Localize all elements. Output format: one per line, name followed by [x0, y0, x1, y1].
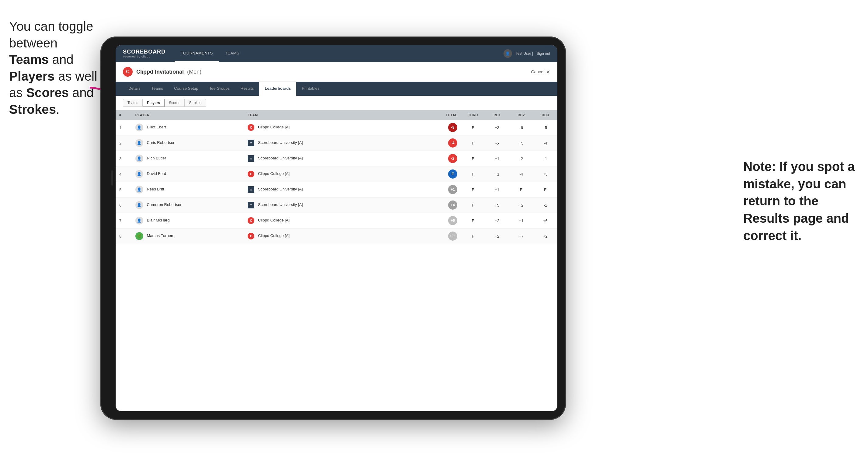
cell-team: ≡ Scoreboard University [A]	[244, 151, 429, 166]
score-badge: +1	[448, 185, 457, 194]
player-avatar: 👤	[135, 170, 143, 178]
col-header-total: TOTAL	[429, 110, 461, 120]
navbar: SCOREBOARD Powered by clippd TOURNAMENTS…	[116, 45, 557, 62]
cell-total: E	[429, 166, 461, 182]
tab-printables[interactable]: Printables	[296, 82, 325, 96]
cell-thru: F	[461, 166, 485, 182]
table-row: 2 👤 Chris Robertson ≡ Scoreboard Univers…	[116, 135, 557, 151]
cell-rd2: -2	[509, 151, 533, 166]
cell-rd2: -6	[509, 120, 533, 135]
cell-rd3: +3	[533, 166, 557, 182]
subtab-scores[interactable]: Scores	[164, 99, 185, 107]
logo-area: SCOREBOARD Powered by clippd	[123, 49, 165, 58]
cell-rd3: +2	[533, 228, 557, 244]
team-logo: C	[248, 217, 254, 224]
tab-course-setup[interactable]: Course Setup	[168, 82, 204, 96]
cell-player: 👤 David Ford	[132, 166, 244, 182]
cell-total: +1	[429, 182, 461, 197]
cell-player: 👤 Elliot Ebert	[132, 120, 244, 135]
team-logo: ≡	[248, 155, 254, 162]
cell-team: ≡ Scoreboard University [A]	[244, 135, 429, 151]
left-annotation: You can toggle between Teams and Players…	[9, 18, 97, 118]
cell-total: +6	[429, 213, 461, 228]
table-row: 7 👤 Blair McHarg C Clippd College [A] +6…	[116, 213, 557, 228]
leaderboard-table: # PLAYER TEAM TOTAL THRU RD1 RD2 RD3 1 👤…	[116, 110, 557, 411]
tab-tee-groups[interactable]: Tee Groups	[204, 82, 235, 96]
cell-team: C Clippd College [A]	[244, 213, 429, 228]
cancel-button[interactable]: Cancel ✕	[531, 69, 550, 75]
cell-rd2: +7	[509, 228, 533, 244]
table-row: 5 👤 Rees Britt ≡ Scoreboard University […	[116, 182, 557, 197]
tab-results[interactable]: Results	[235, 82, 259, 96]
tab-details[interactable]: Details	[123, 82, 146, 96]
cell-pos: 7	[116, 213, 132, 228]
col-header-pos: #	[116, 110, 132, 120]
cell-rd3: -5	[533, 120, 557, 135]
nav-tournaments[interactable]: TOURNAMENTS	[175, 45, 219, 62]
tournament-name: Clippd Invitational (Men)	[136, 69, 202, 75]
team-logo: C	[248, 171, 254, 177]
score-badge: -4	[448, 138, 457, 148]
table-row: 1 👤 Elliot Ebert C Clippd College [A] -8…	[116, 120, 557, 135]
score-badge: +11	[448, 231, 457, 241]
cell-thru: F	[461, 228, 485, 244]
subtab-teams[interactable]: Teams	[123, 99, 143, 107]
cell-rd3: -4	[533, 135, 557, 151]
cell-team: C Clippd College [A]	[244, 120, 429, 135]
player-avatar: 👤	[135, 139, 143, 147]
col-header-player: PLAYER	[132, 110, 244, 120]
ipad-frame: SCOREBOARD Powered by clippd TOURNAMENTS…	[100, 36, 566, 420]
user-avatar: 👤	[503, 49, 512, 58]
cell-rd2: +1	[509, 213, 533, 228]
cell-rd1: +1	[485, 166, 509, 182]
nav-right: 👤 Test User | Sign out	[503, 49, 550, 58]
col-header-thru: THRU	[461, 110, 485, 120]
score-badge: +4	[448, 200, 457, 210]
nav-teams[interactable]: TEAMS	[219, 45, 246, 62]
col-header-rd3: RD3	[533, 110, 557, 120]
cell-rd3: E	[533, 182, 557, 197]
table-body: 1 👤 Elliot Ebert C Clippd College [A] -8…	[116, 120, 557, 244]
col-header-rd2: RD2	[509, 110, 533, 120]
col-header-team: TEAM	[244, 110, 429, 120]
score-badge: E	[448, 169, 457, 179]
cell-thru: F	[461, 135, 485, 151]
cell-total: -4	[429, 135, 461, 151]
cell-rd1: -5	[485, 135, 509, 151]
right-annotation: Note: If you spot a mistake, you can ret…	[743, 158, 859, 244]
table-row: 4 👤 David Ford C Clippd College [A] E F …	[116, 166, 557, 182]
player-avatar: 👤	[135, 124, 143, 131]
sign-out-link[interactable]: Sign out	[537, 52, 550, 56]
sub-tabs: Teams Players Scores Strokes	[116, 96, 557, 110]
cell-player: 👤 Rich Butler	[132, 151, 244, 166]
cell-pos: 1	[116, 120, 132, 135]
cell-rd3: +6	[533, 213, 557, 228]
tab-teams[interactable]: Teams	[146, 82, 168, 96]
cell-pos: 2	[116, 135, 132, 151]
cell-team: ≡ Scoreboard University [A]	[244, 182, 429, 197]
cell-pos: 3	[116, 151, 132, 166]
cell-pos: 4	[116, 166, 132, 182]
tab-leaderboards[interactable]: Leaderboards	[259, 82, 296, 96]
cell-team: ≡ Scoreboard University [A]	[244, 197, 429, 213]
col-header-rd1: RD1	[485, 110, 509, 120]
cell-rd1: +2	[485, 228, 509, 244]
table-row: 8 🌿 Marcus Turners C Clippd College [A] …	[116, 228, 557, 244]
cell-rd1: +1	[485, 151, 509, 166]
cell-rd2: E	[509, 182, 533, 197]
cell-thru: F	[461, 213, 485, 228]
score-badge: -2	[448, 154, 457, 163]
cell-thru: F	[461, 182, 485, 197]
subtab-strokes[interactable]: Strokes	[185, 99, 206, 107]
cell-rd2: +2	[509, 197, 533, 213]
player-avatar: 🌿	[135, 232, 143, 240]
cell-rd1: +3	[485, 120, 509, 135]
cell-rd3: -1	[533, 151, 557, 166]
table-header-row: # PLAYER TEAM TOTAL THRU RD1 RD2 RD3	[116, 110, 557, 120]
cell-team: C Clippd College [A]	[244, 166, 429, 182]
subtab-players[interactable]: Players	[143, 99, 164, 107]
cell-player: 👤 Blair McHarg	[132, 213, 244, 228]
team-logo: ≡	[248, 202, 254, 209]
close-icon: ✕	[546, 69, 550, 75]
cell-team: C Clippd College [A]	[244, 228, 429, 244]
